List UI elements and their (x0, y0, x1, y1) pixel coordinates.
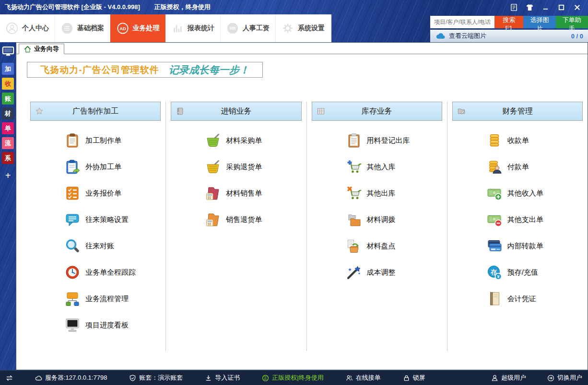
window-controls (510, 3, 581, 12)
status-item-sync[interactable] (6, 374, 13, 382)
wizard-item[interactable]: 往来策略设置 (65, 211, 161, 228)
wizard-item-label: 内部转款单 (507, 242, 543, 251)
column-items: 用料登记出库其他入库其他出库材料调拨材料盘点成本调整 (312, 132, 442, 280)
status-item-super-user[interactable]: 超级用户 (491, 373, 526, 382)
notes-icon[interactable] (510, 3, 518, 12)
wizard-item[interactable]: 销售退货单 (205, 211, 301, 228)
select-image-button[interactable]: 选择图片 (523, 16, 555, 28)
status-item-account-set[interactable]: 账套：演示账套 (129, 373, 183, 382)
sidebar-item-add[interactable]: 加 (2, 63, 14, 75)
nav-list-icon (61, 22, 73, 35)
wizard-item[interactable]: 用料登记出库 (346, 132, 442, 149)
status-item-lock-screen[interactable]: 锁屏 (403, 373, 425, 382)
wizard-item-label: 其他入库 (367, 163, 396, 172)
tab-personal-center[interactable]: 个人中心 (0, 14, 55, 42)
tab-business-processing[interactable]: AD业务处理 (110, 14, 165, 42)
theme-skin-icon[interactable] (526, 3, 534, 12)
ledger-icon (487, 291, 502, 306)
wizard-item[interactable]: 其他支出单 (487, 211, 583, 228)
cards-blue-icon (487, 238, 502, 254)
tab-report-statistics[interactable]: 报表统计 (165, 14, 221, 42)
wizard-item[interactable]: 材料销售单 (205, 185, 301, 201)
sidebar-item-plus[interactable]: + (2, 170, 14, 182)
wizard-item[interactable]: 业务单全程跟踪 (65, 264, 161, 280)
wizard-item[interactable]: 往来对账 (65, 238, 161, 254)
wizard-item-label: 其他收入单 (507, 189, 543, 198)
sidebar-item-order[interactable]: 单 (2, 122, 14, 134)
wizard-item[interactable]: 材料盘点 (346, 238, 442, 254)
status-item-switch-user[interactable]: 切换用户 (547, 373, 582, 382)
wizard-item-label: 材料销售单 (226, 189, 262, 198)
svg-text:¥: ¥ (497, 274, 499, 279)
sidebar-item-flow[interactable]: 流 (2, 137, 14, 149)
wizard-item[interactable]: 付款单 (487, 159, 583, 175)
sync-icon (6, 374, 13, 382)
download-icon (205, 374, 212, 382)
wizard-item[interactable]: 加工制作单 (65, 132, 161, 149)
status-item-server[interactable]: 服务器:127.0.0.1:7798 (35, 373, 107, 382)
wizard-item[interactable]: 存¥预存/充值 (487, 264, 583, 280)
search-button[interactable]: 搜索 F1 (494, 16, 523, 28)
tab-business-wizard[interactable]: 业务向导 (19, 44, 64, 54)
maximize-button[interactable] (557, 3, 565, 12)
tab-hr-payroll[interactable]: HR人事工资 (221, 14, 276, 42)
sidebar-item-receive[interactable]: 收 (2, 78, 14, 90)
wizard-item[interactable]: 业务报价单 (65, 185, 161, 201)
wizard-item-label: 采购退货单 (226, 163, 262, 172)
wizard-item-label: 业务单全程跟踪 (85, 268, 136, 277)
hdr-book-icon (176, 107, 184, 116)
status-item-label: 在线接单 (356, 373, 381, 382)
wand-icon (346, 265, 362, 280)
clipboard-tan-icon (346, 133, 362, 148)
cloud-images-bar[interactable]: 查看云端图片 0 / 0 (430, 30, 588, 42)
clock-red-icon (65, 265, 80, 280)
tab-basic-archives[interactable]: 基础档案 (55, 14, 110, 42)
minimize-button[interactable] (541, 3, 550, 12)
banknote-minus-icon (487, 212, 502, 227)
status-item-license[interactable]: 正正版授权|终身使用 (262, 373, 323, 382)
switch-icon (547, 374, 554, 382)
sidebar-item-system[interactable]: 系 (2, 152, 14, 164)
deposit-blue-icon: 存¥ (487, 265, 502, 280)
hdr-folder-pen-icon (457, 107, 466, 116)
wizard-item-label: 业务报价单 (85, 189, 121, 198)
status-item-online-orders[interactable]: 在线接单 (346, 373, 381, 382)
wizard-item-label: 用料登记出库 (367, 136, 410, 145)
wizard-item[interactable]: 材料采购单 (205, 132, 301, 149)
close-button[interactable] (573, 3, 581, 12)
order-helper-button[interactable]: 下单助手 (556, 16, 588, 28)
wizard-item[interactable]: 内部转款单 (487, 238, 583, 254)
nav-hr-icon: HR (226, 22, 239, 35)
wizard-item[interactable]: 其他入库 (346, 159, 442, 175)
wizard-item[interactable]: 材料调拨 (346, 211, 442, 228)
tab-system-settings[interactable]: 系统设置 (276, 14, 331, 42)
wizard-item-label: 销售退货单 (226, 215, 262, 224)
wizard-item[interactable]: 采购退货单 (205, 159, 301, 175)
search-input[interactable] (430, 16, 494, 28)
wizard-item[interactable]: 收款单 (487, 132, 583, 149)
status-item-import-certificate[interactable]: 导入证书 (205, 373, 240, 382)
basket-yellow-icon (205, 159, 221, 175)
status-right: 超级用户切换用户 (470, 373, 582, 382)
wizard-item[interactable]: 业务流程管理 (65, 291, 161, 307)
wizard-item-label: 收款单 (507, 136, 529, 145)
banner: 飞扬动力-广告公司管理软件 记录成长每一步！ (27, 62, 263, 78)
tab-label: 人事工资 (243, 24, 270, 33)
wizard-item-label: 加工制作单 (85, 136, 121, 145)
monitor-icon[interactable] (2, 46, 14, 57)
sidebar-item-material[interactable]: 材 (2, 107, 14, 119)
wizard-item-label: 付款单 (507, 163, 529, 172)
wizard-item[interactable]: 成本调整 (346, 264, 442, 280)
column-finance: 财务管理收款单付款单其他收入单其他支出单内部转款单存¥预存/充值会计凭证 (447, 102, 588, 351)
wizard-item[interactable]: 其他出库 (346, 185, 442, 201)
nav-chart-icon (171, 22, 184, 35)
wizard-item[interactable]: 项目进度看板 (65, 317, 161, 333)
wizard-item-label: 材料盘点 (367, 242, 396, 251)
status-item-label: 超级用户 (501, 373, 526, 382)
wizard-item[interactable]: 会计凭证 (487, 291, 583, 307)
sidebar-item-account[interactable]: 账 (2, 93, 14, 105)
wizard-item[interactable]: 外协加工单 (65, 159, 161, 175)
monitor-dark-icon (65, 317, 80, 333)
wizard-columns: 广告制作加工加工制作单外协加工单业务报价单往来策略设置往来对账业务单全程跟踪业务… (25, 102, 588, 351)
wizard-item[interactable]: 其他收入单 (487, 185, 583, 201)
